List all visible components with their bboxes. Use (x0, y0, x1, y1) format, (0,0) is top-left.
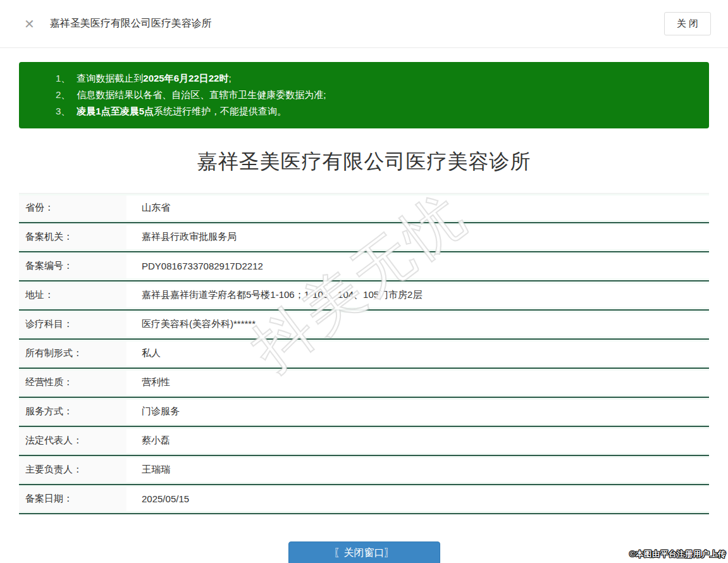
table-row: 经营性质： 营利性 (19, 368, 709, 397)
table-row: 服务方式： 门诊服务 (19, 397, 709, 426)
field-value: 嘉祥县行政审批服务局 (126, 223, 709, 252)
close-window-button[interactable]: 〖关闭窗口〗 (288, 541, 440, 563)
field-label: 备案编号： (19, 252, 126, 281)
field-value: 嘉祥县嘉祥街道学府名都5号楼1-106；1-103、104、105门市房2层 (126, 281, 709, 310)
field-value: PDY08167337082917D2212 (126, 252, 709, 281)
table-row: 所有制形式： 私人 (19, 339, 709, 368)
table-row: 备案日期： 2025/05/15 (19, 485, 709, 514)
info-table-body: 省份： 山东省 备案机关： 嘉祥县行政审批服务局 备案编号： PDY081673… (19, 194, 709, 514)
close-icon[interactable]: ✕ (24, 18, 35, 30)
notice-item: 1、 查询数据截止到2025年6月22日22时; (56, 70, 696, 87)
dialog-title: 嘉祥圣美医疗有限公司医疗美容诊所 (50, 17, 664, 30)
notice-item-number: 2、 (56, 87, 70, 103)
table-row: 诊疗科目： 医疗美容科(美容外科)****** (19, 310, 709, 339)
table-row: 省份： 山东省 (19, 194, 709, 223)
field-value: 山东省 (126, 194, 709, 223)
field-value: 2025/05/15 (126, 485, 709, 514)
field-value: 门诊服务 (126, 397, 709, 426)
copyright-note: ©本图由平台注册用户上传 (629, 549, 726, 560)
field-label: 主要负责人： (19, 455, 126, 485)
notice-item-number: 3、 (56, 103, 70, 120)
notice-item-text: 凌晨1点至凌晨5点系统进行维护，不能提供查询。 (77, 103, 287, 120)
notice-item-text: 信息数据结果以各省、自治区、直辖市卫生健康委数据为准; (77, 87, 326, 103)
info-table: 省份： 山东省 备案机关： 嘉祥县行政审批服务局 备案编号： PDY081673… (19, 193, 709, 514)
field-label: 备案日期： (19, 485, 126, 514)
dialog-header: ✕ 嘉祥圣美医疗有限公司医疗美容诊所 关 闭 (0, 0, 728, 48)
field-label: 备案机关： (19, 223, 126, 252)
field-value: 营利性 (126, 368, 709, 397)
notice-item-number: 1、 (56, 70, 70, 87)
field-label: 服务方式： (19, 397, 126, 426)
field-label: 省份： (19, 194, 126, 223)
button-row: 〖关闭窗口〗 (0, 541, 728, 563)
notice-banner: 1、 查询数据截止到2025年6月22日22时; 2、 信息数据结果以各省、自治… (19, 62, 709, 128)
field-label: 诊疗科目： (19, 310, 126, 339)
field-label: 法定代表人： (19, 426, 126, 455)
field-label: 经营性质： (19, 368, 126, 397)
field-value: 王瑞瑞 (126, 455, 709, 485)
field-value: 私人 (126, 339, 709, 368)
table-row: 地址： 嘉祥县嘉祥街道学府名都5号楼1-106；1-103、104、105门市房… (19, 281, 709, 310)
table-row: 法定代表人： 蔡小磊 (19, 426, 709, 455)
field-value: 医疗美容科(美容外科)****** (126, 310, 709, 339)
close-button[interactable]: 关 闭 (664, 12, 711, 35)
notice-item: 2、 信息数据结果以各省、自治区、直辖市卫生健康委数据为准; (56, 87, 696, 103)
notice-item: 3、 凌晨1点至凌晨5点系统进行维护，不能提供查询。 (56, 103, 696, 120)
table-row: 备案机关： 嘉祥县行政审批服务局 (19, 223, 709, 252)
field-label: 地址： (19, 281, 126, 310)
table-row: 备案编号： PDY08167337082917D2212 (19, 252, 709, 281)
institution-name-heading: 嘉祥圣美医疗有限公司医疗美容诊所 (0, 148, 728, 176)
table-row: 主要负责人： 王瑞瑞 (19, 455, 709, 485)
field-label: 所有制形式： (19, 339, 126, 368)
field-value: 蔡小磊 (126, 426, 709, 455)
notice-item-text: 查询数据截止到2025年6月22日22时; (77, 70, 231, 87)
